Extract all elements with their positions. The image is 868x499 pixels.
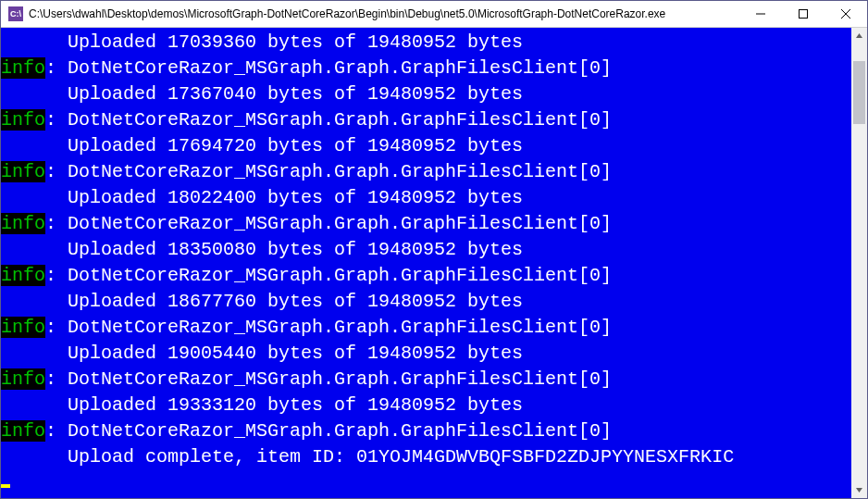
logger-name-text: : DotNetCoreRazor_MSGraph.Graph.GraphFil… xyxy=(45,161,612,182)
upload-progress-text: Uploaded 18350080 bytes of 19480952 byte… xyxy=(1,239,523,260)
vertical-scrollbar[interactable] xyxy=(851,28,867,498)
console-line: Uploaded 19005440 bytes of 19480952 byte… xyxy=(1,341,851,367)
console-line: Uploaded 17039360 bytes of 19480952 byte… xyxy=(1,30,851,56)
logger-name-text: : DotNetCoreRazor_MSGraph.Graph.GraphFil… xyxy=(45,368,612,390)
console-line: info: DotNetCoreRazor_MSGraph.Graph.Grap… xyxy=(1,367,851,393)
upload-progress-text: Uploaded 18677760 bytes of 19480952 byte… xyxy=(1,291,523,312)
upload-progress-text: Uploaded 17039360 bytes of 19480952 byte… xyxy=(1,31,523,53)
upload-complete-text: Upload complete, item ID: 01YOJM4GDWVBQF… xyxy=(1,446,734,468)
upload-progress-text: Uploaded 17694720 bytes of 19480952 byte… xyxy=(1,135,523,156)
close-button[interactable] xyxy=(825,1,867,27)
maximize-button[interactable] xyxy=(782,1,825,27)
cursor xyxy=(1,484,10,488)
logger-name-text: : DotNetCoreRazor_MSGraph.Graph.GraphFil… xyxy=(45,213,612,234)
console-line: Uploaded 17367040 bytes of 19480952 byte… xyxy=(1,81,851,107)
client-area: Uploaded 17039360 bytes of 19480952 byte… xyxy=(1,28,867,498)
upload-progress-text: Uploaded 18022400 bytes of 19480952 byte… xyxy=(1,187,523,208)
scroll-down-button[interactable] xyxy=(851,482,867,498)
console-line: info: DotNetCoreRazor_MSGraph.Graph.Grap… xyxy=(1,263,851,289)
log-level-info: info xyxy=(1,420,45,442)
console-line: Uploaded 18350080 bytes of 19480952 byte… xyxy=(1,237,851,263)
console-line: info: DotNetCoreRazor_MSGraph.Graph.Grap… xyxy=(1,107,851,133)
log-level-info: info xyxy=(1,213,45,234)
app-icon: C:\ xyxy=(8,6,23,21)
scroll-up-button[interactable] xyxy=(851,28,867,44)
logger-name-text: : DotNetCoreRazor_MSGraph.Graph.GraphFil… xyxy=(45,109,612,131)
console-line: info: DotNetCoreRazor_MSGraph.Graph.Grap… xyxy=(1,159,851,185)
log-level-info: info xyxy=(1,109,45,131)
titlebar[interactable]: C:\ C:\Users\dwahl\Desktop\demos\Microso… xyxy=(1,1,867,28)
logger-name-text: : DotNetCoreRazor_MSGraph.Graph.GraphFil… xyxy=(45,265,612,286)
console-line: Uploaded 18022400 bytes of 19480952 byte… xyxy=(1,185,851,211)
console-output[interactable]: Uploaded 17039360 bytes of 19480952 byte… xyxy=(1,28,851,498)
svg-marker-5 xyxy=(856,488,862,493)
log-level-info: info xyxy=(1,161,45,182)
logger-name-text: : DotNetCoreRazor_MSGraph.Graph.GraphFil… xyxy=(45,317,612,338)
window-title: C:\Users\dwahl\Desktop\demos\MicrosoftGr… xyxy=(29,7,739,20)
svg-marker-4 xyxy=(856,33,862,38)
log-level-info: info xyxy=(1,265,45,286)
console-line: info: DotNetCoreRazor_MSGraph.Graph.Grap… xyxy=(1,211,851,237)
scroll-thumb[interactable] xyxy=(853,61,865,124)
log-level-info: info xyxy=(1,368,45,390)
minimize-button[interactable] xyxy=(739,1,782,27)
log-level-info: info xyxy=(1,57,45,79)
logger-name-text: : DotNetCoreRazor_MSGraph.Graph.GraphFil… xyxy=(45,420,612,442)
upload-progress-text: Uploaded 19333120 bytes of 19480952 byte… xyxy=(1,394,523,416)
logger-name-text: : DotNetCoreRazor_MSGraph.Graph.GraphFil… xyxy=(45,57,612,79)
console-line: Uploaded 19333120 bytes of 19480952 byte… xyxy=(1,393,851,418)
console-line: Uploaded 18677760 bytes of 19480952 byte… xyxy=(1,289,851,315)
svg-rect-1 xyxy=(800,10,808,19)
upload-progress-text: Uploaded 19005440 bytes of 19480952 byte… xyxy=(1,343,523,364)
window-controls xyxy=(739,1,867,27)
console-line: info: DotNetCoreRazor_MSGraph.Graph.Grap… xyxy=(1,418,851,444)
console-line: Upload complete, item ID: 01YOJM4GDWVBQF… xyxy=(1,444,851,470)
console-line: Uploaded 17694720 bytes of 19480952 byte… xyxy=(1,133,851,159)
console-line xyxy=(1,470,851,496)
log-level-info: info xyxy=(1,317,45,338)
app-window: C:\ C:\Users\dwahl\Desktop\demos\Microso… xyxy=(0,0,868,499)
console-line: info: DotNetCoreRazor_MSGraph.Graph.Grap… xyxy=(1,315,851,341)
upload-progress-text: Uploaded 17367040 bytes of 19480952 byte… xyxy=(1,83,523,105)
console-line: info: DotNetCoreRazor_MSGraph.Graph.Grap… xyxy=(1,56,851,81)
